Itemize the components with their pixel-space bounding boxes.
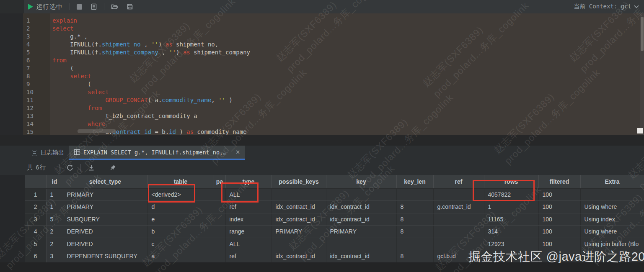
column-header-ref[interactable]: ref (433, 175, 484, 188)
column-header-filtered[interactable]: filtered (538, 175, 580, 188)
code-line[interactable]: IFNULL(f.shipment_no , '') as shipment_n… (52, 41, 644, 49)
table-cell-type[interactable]: ALL (225, 188, 272, 201)
pin-button[interactable] (107, 162, 118, 173)
table-cell-key[interactable]: idx_contract_id (326, 201, 396, 213)
table-cell-id[interactable]: 1 (46, 188, 63, 201)
code-line[interactable]: select (52, 88, 644, 96)
table-cell-table[interactable]: d (147, 201, 214, 213)
table-cell-filtered[interactable]: 100 (538, 188, 580, 201)
table-cell-possible_keys[interactable]: PRIMARY (272, 226, 326, 238)
column-header-select_type[interactable]: select_type (63, 175, 147, 188)
table-cell-filtered[interactable]: 100 (538, 238, 580, 250)
table-cell-table[interactable]: e (147, 213, 214, 226)
table-cell-key_len[interactable]: 8 (396, 201, 433, 213)
table-cell-key_len[interactable] (396, 238, 433, 250)
table-cell-extra[interactable] (580, 188, 644, 201)
table-cell-id[interactable]: 3 (46, 250, 63, 263)
code-line[interactable]: t_b2b_contract_commodity a (52, 112, 644, 120)
table-cell-possible_keys[interactable] (272, 188, 326, 201)
table-cell-id[interactable]: 5 (46, 213, 63, 226)
table-cell-key[interactable] (326, 188, 396, 201)
table-cell-extra[interactable]: Using where (580, 201, 644, 213)
stop-button[interactable] (72, 0, 86, 13)
table-cell-select_type[interactable]: PRIMARY (63, 188, 147, 201)
table-cell-id[interactable]: 2 (46, 226, 63, 238)
code-line[interactable]: from (52, 56, 644, 64)
table-cell-select_type[interactable]: DERIVED (63, 238, 147, 250)
table-cell-select_type[interactable]: SUBQUERY (63, 213, 147, 226)
table-cell-rows[interactable]: 314 (484, 226, 538, 238)
code-line[interactable]: ( (52, 80, 644, 88)
table-cell-rows[interactable]: 11165 (484, 213, 538, 226)
table-cell-rows[interactable] (484, 250, 538, 263)
table-cell-select_type[interactable]: PRIMARY (63, 201, 147, 213)
code-line[interactable]: ( (52, 64, 644, 72)
code-line[interactable]: where (52, 120, 644, 128)
column-header-extra[interactable]: Extra (580, 175, 644, 188)
code-line[interactable]: a.contract_id = b.id ) as commodity_name (52, 128, 644, 135)
column-header-pa[interactable]: pa (214, 175, 225, 188)
close-icon[interactable]: × (230, 149, 240, 156)
table-cell-extra[interactable]: Using index (580, 213, 644, 226)
tab-explain-result[interactable]: EXPLAIN SELECT g.*, IFNULL(f.shipment_no… (69, 146, 245, 160)
table-cell-ref[interactable] (433, 238, 484, 250)
table-cell-possible_keys[interactable]: idx_contract_id (272, 201, 326, 213)
table-cell-pa[interactable] (214, 213, 225, 226)
table-cell-key[interactable]: idx_contract_id (326, 250, 396, 263)
column-header-key[interactable]: key (326, 175, 396, 188)
table-cell-filtered[interactable]: 100 (538, 226, 580, 238)
table-cell-possible_keys[interactable]: idx_contract_id (272, 213, 326, 226)
row-number-cell[interactable]: 2 (25, 201, 46, 213)
table-cell-type[interactable]: ref (225, 201, 272, 213)
open-file-button[interactable] (107, 0, 122, 13)
select-all-corner[interactable] (25, 175, 46, 188)
table-cell-rows[interactable]: 4057822 (484, 188, 538, 201)
table-cell-extra[interactable]: Using where (580, 226, 644, 238)
table-cell-type[interactable]: ALL (225, 238, 272, 250)
table-cell-ref[interactable]: g.contract_id (433, 201, 484, 213)
row-number-cell[interactable]: 6 (25, 250, 46, 263)
table-cell-pa[interactable] (214, 238, 225, 250)
table-cell-select_type[interactable]: DEPENDENT SUBQUERY (63, 250, 147, 263)
table-cell-ref[interactable] (433, 188, 484, 201)
vertical-scrollbar-track[interactable] (640, 13, 644, 135)
table-cell-key_len[interactable]: 8 (396, 213, 433, 226)
table-cell-key_len[interactable]: 8 (396, 226, 433, 238)
table-cell-key[interactable]: PRIMARY (326, 226, 396, 238)
table-cell-table[interactable]: <derived2> (147, 188, 214, 201)
tab-log-output[interactable]: 日志输出 (27, 146, 69, 160)
table-cell-key_len[interactable]: 8 (396, 250, 433, 263)
column-header-table[interactable]: table (147, 175, 214, 188)
download-button[interactable] (86, 162, 97, 173)
table-cell-filtered[interactable] (538, 250, 580, 263)
table-cell-key_len[interactable] (396, 188, 433, 201)
table-cell-key[interactable] (326, 238, 396, 250)
row-number-cell[interactable]: 5 (25, 238, 46, 250)
code-line[interactable]: select (52, 25, 644, 33)
code-line[interactable]: select (52, 72, 644, 80)
table-cell-id[interactable]: 2 (46, 238, 63, 250)
table-cell-extra[interactable] (580, 250, 644, 263)
table-cell-table[interactable]: a (147, 250, 214, 263)
code-line[interactable]: explain (52, 17, 644, 25)
table-cell-pa[interactable] (214, 226, 225, 238)
row-number-cell[interactable]: 4 (25, 226, 46, 238)
table-cell-table[interactable]: b (147, 226, 214, 238)
column-header-id[interactable]: id (46, 175, 63, 188)
refresh-button[interactable] (65, 162, 75, 173)
table-cell-select_type[interactable]: DERIVED (63, 226, 147, 238)
table-cell-possible_keys[interactable] (272, 238, 326, 250)
column-header-type[interactable]: type (225, 175, 272, 188)
table-cell-type[interactable]: ref (225, 250, 272, 263)
table-cell-pa[interactable] (214, 250, 225, 263)
horizontal-scrollbar[interactable] (78, 129, 116, 133)
table-cell-possible_keys[interactable]: idx_contract_id (272, 250, 326, 263)
vertical-scrollbar-thumb[interactable] (641, 17, 644, 51)
table-cell-pa[interactable] (214, 188, 225, 201)
code-line[interactable]: IFNULL(f.shipment_company , '') as shipm… (52, 49, 644, 56)
column-header-rows[interactable]: rows (484, 175, 538, 188)
column-header-possible_keys[interactable]: possible_keys (272, 175, 326, 188)
table-cell-rows[interactable]: 1 (484, 201, 538, 213)
table-cell-rows[interactable]: 12923 (484, 238, 538, 250)
table-cell-type[interactable]: range (225, 226, 272, 238)
